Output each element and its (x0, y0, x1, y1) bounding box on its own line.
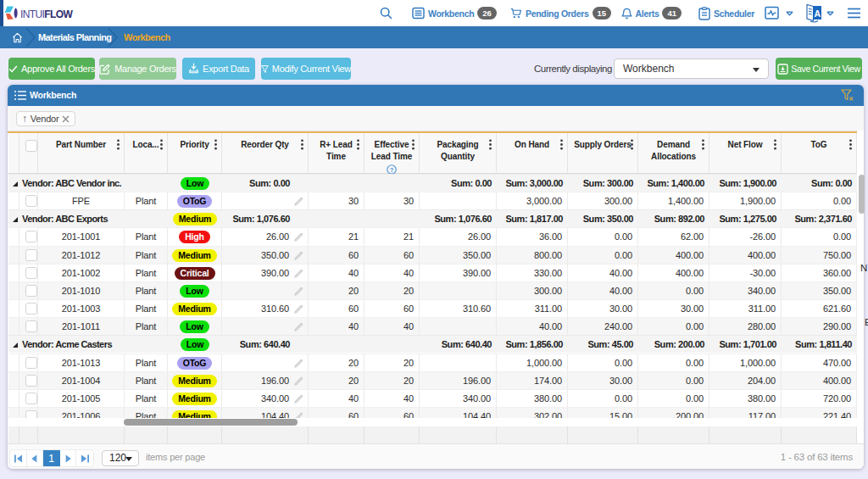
svg-text:A: A (814, 8, 821, 19)
svg-text:?: ? (390, 166, 394, 174)
